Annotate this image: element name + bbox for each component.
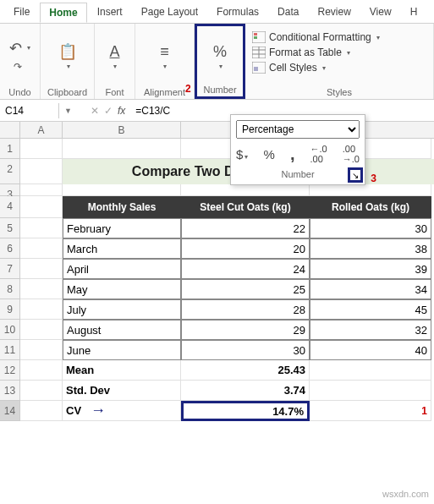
mean-label[interactable]: Mean bbox=[63, 360, 181, 381]
redo-button[interactable]: ↷ bbox=[9, 59, 26, 74]
chevron-down-icon: ▾ bbox=[27, 44, 30, 52]
row-5: 5February2230 bbox=[0, 218, 434, 238]
paste-button[interactable]: 📋 bbox=[58, 42, 77, 61]
chevron-down-icon: ▾ bbox=[244, 153, 248, 161]
tab-page-layout[interactable]: Page Layout bbox=[133, 3, 206, 21]
selected-cell-c14[interactable]: 14.7% bbox=[181, 401, 310, 421]
chevron-down-icon: ▾ bbox=[219, 63, 222, 70]
font-button[interactable]: A bbox=[109, 43, 119, 61]
tab-insert[interactable]: Insert bbox=[89, 3, 131, 21]
chevron-down-icon[interactable]: ▾ bbox=[113, 63, 117, 70]
arrow-icon: → bbox=[91, 402, 106, 419]
decrease-decimal-button[interactable]: .00→.0 bbox=[343, 144, 360, 164]
cancel-icon[interactable]: ✕ bbox=[91, 105, 99, 117]
group-label-number: Number bbox=[203, 85, 236, 95]
chevron-down-icon: ▾ bbox=[376, 34, 380, 41]
group-number[interactable]: % ▾ Number 2 bbox=[195, 24, 245, 99]
group-font: A ▾ Font bbox=[95, 24, 135, 99]
chevron-down-icon[interactable]: ▾ bbox=[163, 63, 167, 70]
tab-help[interactable]: H bbox=[402, 3, 426, 21]
namebox-dropdown-icon[interactable]: ▼ bbox=[64, 107, 72, 115]
group-styles: Conditional Formatting▾ Format as Table▾… bbox=[245, 24, 434, 99]
undo-button[interactable]: ↶▾ bbox=[9, 39, 30, 58]
row-10: 10August2932 bbox=[0, 320, 434, 340]
row-11: 11June3040 bbox=[0, 340, 434, 360]
increase-decimal-button[interactable]: ←.0.00 bbox=[310, 144, 327, 164]
svg-rect-8 bbox=[254, 67, 258, 71]
row-9: 9July2845 bbox=[0, 299, 434, 320]
mean-value[interactable]: 25.43 bbox=[181, 360, 310, 381]
svg-rect-2 bbox=[254, 36, 257, 39]
row-1: 1 bbox=[0, 139, 434, 159]
launcher-icon: ↘ bbox=[352, 171, 359, 180]
chevron-down-icon: ▾ bbox=[347, 49, 350, 57]
cf-icon bbox=[252, 31, 266, 43]
align-icon: ≡ bbox=[160, 43, 169, 60]
percent-button[interactable]: % bbox=[263, 147, 274, 162]
callout-3: 3 bbox=[371, 173, 376, 184]
tab-review[interactable]: Review bbox=[309, 3, 359, 21]
ribbon-tabs: File Home Insert Page Layout Formulas Da… bbox=[0, 0, 434, 24]
clipboard-icon: 📋 bbox=[58, 43, 77, 60]
std-label[interactable]: Std. Dev bbox=[63, 381, 181, 401]
callout-2: 2 bbox=[185, 83, 191, 95]
currency-button[interactable]: $▾ bbox=[236, 147, 248, 162]
group-label-alignment: Alignment bbox=[144, 87, 185, 97]
table-icon bbox=[252, 47, 266, 58]
ribbon: ↶▾ ↷ Undo 📋 ▾ Clipboard A ▾ Font ≡ ▾ Ali… bbox=[0, 24, 434, 100]
fx-icon[interactable]: fx bbox=[118, 105, 125, 117]
format-as-table-button[interactable]: Format as Table▾ bbox=[252, 46, 350, 59]
popup-label: Number bbox=[236, 169, 360, 179]
col-header-b[interactable]: B bbox=[63, 122, 181, 138]
tab-formulas[interactable]: Formulas bbox=[208, 3, 267, 21]
percent-icon: % bbox=[213, 43, 227, 61]
column-headers: A B C bbox=[0, 122, 434, 139]
group-clipboard: 📋 ▾ Clipboard bbox=[41, 24, 95, 99]
cell-styles-icon bbox=[252, 62, 266, 74]
redo-icon: ↷ bbox=[14, 61, 22, 73]
row-13: 13Std. Dev3.74 bbox=[0, 381, 434, 401]
group-label-undo: Undo bbox=[8, 87, 30, 97]
tab-file[interactable]: File bbox=[5, 3, 38, 21]
tab-home[interactable]: Home bbox=[40, 3, 86, 23]
header-steel[interactable]: Steel Cut Oats (kg) bbox=[181, 196, 310, 218]
tab-view[interactable]: View bbox=[361, 3, 400, 21]
enter-icon[interactable]: ✓ bbox=[104, 105, 113, 117]
col-header-a[interactable]: A bbox=[20, 122, 63, 138]
chevron-down-icon: ▾ bbox=[322, 64, 326, 72]
comma-button[interactable]: , bbox=[290, 145, 295, 164]
watermark: wsxdn.com bbox=[382, 489, 429, 499]
header-rolled[interactable]: Rolled Oats (kg) bbox=[310, 196, 431, 218]
svg-rect-1 bbox=[254, 33, 257, 36]
row-4: 4Monthly SalesSteel Cut Oats (kg)Rolled … bbox=[0, 196, 434, 218]
callout-1: 1 bbox=[421, 405, 427, 417]
row-8: 8May2534 bbox=[0, 279, 434, 299]
row-3: 3 bbox=[0, 184, 434, 196]
alignment-button[interactable]: ≡ bbox=[160, 43, 169, 61]
font-icon: A bbox=[109, 43, 119, 60]
group-undo: ↶▾ ↷ Undo bbox=[0, 24, 41, 99]
header-month[interactable]: Monthly Sales bbox=[63, 196, 181, 218]
name-box[interactable] bbox=[0, 103, 59, 118]
row-7: 7April2439 bbox=[0, 259, 434, 279]
row-14: 14CV →14.7%1 bbox=[0, 401, 434, 421]
number-format-popup: Percentage $▾ % , ←.0.00 .00→.0 Number ↘… bbox=[230, 114, 365, 185]
dialog-launcher-button[interactable]: ↘ bbox=[348, 167, 363, 183]
formula-bar: ▼ ✕ ✓ fx bbox=[0, 100, 434, 122]
std-value[interactable]: 3.74 bbox=[181, 381, 310, 401]
row-12: 12Mean25.43 bbox=[0, 360, 434, 381]
worksheet: A B C 1 2Compare Two Data Sets Statistic… bbox=[0, 122, 434, 421]
row-2: 2Compare Two Data Sets Statistically bbox=[0, 159, 434, 184]
cell-styles-button[interactable]: Cell Styles▾ bbox=[252, 61, 326, 74]
number-format-select[interactable]: Percentage bbox=[236, 120, 360, 139]
conditional-formatting-button[interactable]: Conditional Formatting▾ bbox=[252, 30, 380, 44]
row-6: 6March2038 bbox=[0, 238, 434, 259]
undo-icon: ↶ bbox=[9, 39, 22, 58]
chevron-down-icon[interactable]: ▾ bbox=[67, 63, 70, 70]
tab-data[interactable]: Data bbox=[269, 3, 307, 21]
cv-label[interactable]: CV → bbox=[63, 401, 181, 421]
group-label-font: Font bbox=[105, 87, 124, 97]
group-label-styles: Styles bbox=[327, 87, 352, 97]
group-label-clipboard: Clipboard bbox=[47, 87, 87, 97]
select-all-corner[interactable] bbox=[0, 122, 20, 138]
